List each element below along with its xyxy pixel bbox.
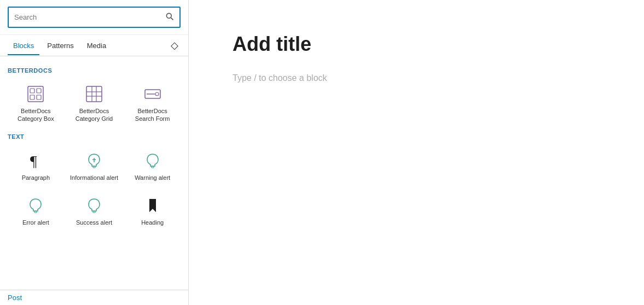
- search-input[interactable]: [14, 13, 161, 21]
- svg-text:¶: ¶: [30, 152, 37, 169]
- editor-area: Add title Type / to choose a block: [189, 0, 644, 305]
- block-item-success-alert[interactable]: Success alert: [66, 189, 123, 232]
- svg-rect-5: [30, 95, 34, 99]
- tab-patterns[interactable]: Patterns: [42, 36, 79, 55]
- error-alert-icon: [26, 196, 45, 215]
- block-item-error-alert[interactable]: Error alert: [8, 189, 64, 232]
- block-label-heading: Heading: [141, 219, 164, 226]
- block-label-informational-alert: Informational alert: [70, 174, 118, 181]
- block-label-betterdocs-category-box: BetterDocs Category Box: [11, 107, 60, 123]
- block-item-warning-alert[interactable]: Warning alert: [124, 144, 181, 187]
- tab-blocks[interactable]: Blocks: [8, 36, 39, 55]
- block-label-betterdocs-search-form: BetterDocs Search Form: [128, 107, 177, 123]
- section-label-text: TEXT: [8, 133, 181, 140]
- tabs-row: Blocks Patterns Media ◇: [0, 35, 188, 56]
- search-icon: [165, 12, 174, 22]
- svg-point-0: [166, 13, 171, 18]
- svg-rect-20: [34, 211, 37, 213]
- bottom-bar-label: Post: [8, 294, 22, 302]
- svg-rect-3: [30, 89, 34, 93]
- block-item-heading[interactable]: Heading: [124, 189, 181, 232]
- svg-rect-21: [93, 211, 95, 213]
- search-area: [0, 0, 188, 35]
- svg-rect-4: [37, 89, 41, 93]
- paragraph-icon: ¶: [26, 151, 45, 171]
- block-item-informational-alert[interactable]: Informational alert: [66, 144, 123, 187]
- bottom-bar[interactable]: Post: [0, 290, 188, 305]
- warning-alert-icon: [143, 151, 163, 171]
- betterdocs-box-icon: [26, 84, 45, 104]
- text-grid: ¶ Paragraph Informational alert: [8, 144, 181, 232]
- editor-title[interactable]: Add title: [233, 33, 600, 56]
- svg-rect-19: [152, 166, 154, 168]
- block-label-error-alert: Error alert: [22, 219, 49, 226]
- block-item-paragraph[interactable]: ¶ Paragraph: [8, 144, 64, 187]
- tab-media[interactable]: Media: [82, 36, 112, 55]
- block-item-betterdocs-search-form[interactable]: BetterDocs Search Form: [124, 78, 181, 128]
- svg-rect-16: [93, 166, 95, 168]
- svg-line-1: [171, 17, 173, 20]
- betterdocs-grid-icon: [84, 84, 104, 104]
- svg-rect-7: [86, 86, 102, 102]
- informational-alert-icon: [84, 151, 104, 171]
- editor-content-placeholder[interactable]: Type / to choose a block: [233, 73, 600, 83]
- tab-extra-icon[interactable]: ◇: [169, 35, 181, 56]
- success-alert-icon: [84, 196, 104, 215]
- block-label-warning-alert: Warning alert: [135, 174, 170, 181]
- sidebar: Blocks Patterns Media ◇ BETTERDOCS: [0, 0, 189, 305]
- block-list: BETTERDOCS BetterDocs Category Box: [0, 56, 188, 290]
- block-item-betterdocs-category-grid[interactable]: BetterDocs Category Grid: [66, 78, 123, 128]
- search-box[interactable]: [8, 7, 181, 28]
- betterdocs-search-icon: [143, 84, 163, 104]
- block-label-paragraph: Paragraph: [22, 174, 50, 181]
- block-label-success-alert: Success alert: [76, 219, 112, 226]
- section-label-betterdocs: BETTERDOCS: [8, 67, 181, 74]
- block-label-betterdocs-category-grid: BetterDocs Category Grid: [70, 107, 119, 123]
- betterdocs-grid: BetterDocs Category Box BetterDocs Categ…: [8, 78, 181, 128]
- svg-rect-6: [37, 95, 41, 99]
- heading-icon: [143, 196, 163, 215]
- block-item-betterdocs-category-box[interactable]: BetterDocs Category Box: [8, 78, 64, 128]
- svg-point-14: [155, 92, 159, 96]
